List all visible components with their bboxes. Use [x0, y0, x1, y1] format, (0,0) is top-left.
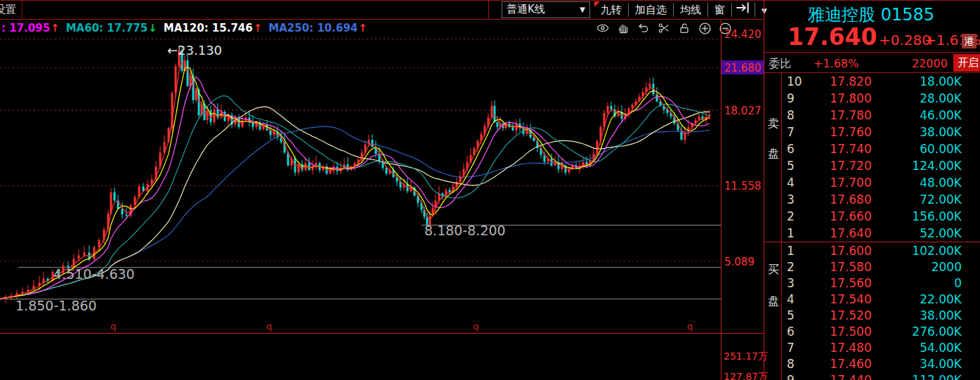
add-watchlist-button[interactable]: 加自选	[629, 1, 673, 18]
level-price: 17.680	[808, 192, 894, 207]
level-volume: 156.00K	[894, 209, 980, 223]
ma-label: MA60: 17.775↓	[66, 22, 157, 34]
buy-row[interactable]: 917.440112.00K	[782, 372, 980, 380]
level-number: 6	[782, 325, 808, 339]
unlock-icon[interactable]	[677, 21, 692, 35]
volume-axis-label: 127.87万	[724, 371, 768, 380]
buy-row[interactable]: 417.54022.00K	[782, 291, 980, 308]
sell-row[interactable]: 917.80028.00K	[782, 90, 980, 107]
buy-row[interactable]: 117.600102.00K	[782, 242, 980, 259]
level-price: 17.740	[808, 142, 894, 156]
level-volume: 22.00K	[894, 292, 980, 306]
level-price: 17.460	[808, 357, 894, 371]
chart-tools	[595, 21, 733, 35]
buy-row[interactable]: 517.52038.00K	[782, 307, 980, 324]
y-axis-label: 18.027	[724, 105, 762, 117]
level-price: 17.440	[808, 373, 894, 380]
buy-row[interactable]: 617.500276.00K	[782, 323, 980, 340]
level-number: 3	[782, 192, 808, 207]
chart-toolbar: 普通K线 ▼ 九转 加自选 均线 窗 ▼	[492, 0, 773, 19]
ma-indicator-row: : 17.095↑ MA60: 17.775↓ MA120: 15.746↑ M…	[1, 22, 367, 34]
level-number: 9	[782, 373, 808, 380]
level-volume: 18.00K	[894, 74, 980, 89]
buy-row[interactable]: 217.5802000	[782, 258, 980, 275]
sell-row[interactable]: 1017.82018.00K	[782, 73, 980, 90]
eye-icon[interactable]	[595, 21, 610, 35]
annotation-support-2: 4.510-4.630	[53, 266, 135, 282]
annotation-support-3: 1.850-1.860	[15, 298, 97, 313]
sell-side-label: 卖	[766, 117, 780, 131]
level-volume: 52.00K	[894, 226, 980, 240]
level-number: 10	[782, 74, 808, 89]
ma-label: : 17.095↑	[1, 22, 60, 34]
ma-settings-button[interactable]: 均线	[674, 1, 707, 18]
price-change: +0.280	[879, 32, 931, 48]
kline-chart[interactable]: ←23.130 8.180-8.200 4.510-4.630 1.850-1.…	[0, 39, 721, 334]
level-volume: 0	[894, 276, 980, 290]
kline-type-label: 普通K线	[507, 3, 545, 16]
sell-row[interactable]: 117.64052.00K	[782, 225, 980, 242]
level-number: 1	[782, 244, 808, 258]
collapse-panel-icon[interactable]	[732, 1, 754, 18]
level-number: 1	[782, 226, 808, 240]
level-volume: 34.00K	[894, 357, 980, 371]
hk-market-badge: 港	[962, 34, 976, 48]
sell-row[interactable]: 717.76038.00K	[782, 124, 980, 140]
level-price: 17.480	[808, 341, 894, 355]
level-price: 17.700	[808, 176, 894, 190]
sell-row[interactable]: 817.78046.00K	[782, 107, 980, 124]
level-volume: 46.00K	[894, 108, 980, 122]
hand-drag-icon[interactable]	[615, 21, 631, 35]
candlestick-canvas[interactable]	[0, 39, 721, 334]
scissors-icon[interactable]	[656, 21, 672, 35]
level-price: 17.820	[808, 74, 894, 89]
sell-row[interactable]: 217.660156.00K	[782, 208, 980, 225]
sell-row[interactable]: 417.70048.00K	[782, 174, 980, 191]
level-volume: 112.00K	[894, 373, 980, 380]
window-button[interactable]: 窗	[708, 1, 731, 18]
chevron-down-icon: ▼	[580, 6, 585, 13]
level-price: 17.660	[808, 209, 894, 223]
level-number: 5	[782, 159, 808, 173]
level-price: 17.580	[808, 260, 894, 274]
level-number: 4	[782, 292, 808, 306]
level-volume: 72.00K	[894, 192, 980, 207]
weicha-value: 22000	[912, 57, 948, 70]
buy-row[interactable]: 317.5600	[782, 275, 980, 291]
x-axis-tick: q	[110, 321, 116, 332]
level-price: 17.780	[808, 108, 894, 122]
level-volume: 60.00K	[894, 142, 980, 156]
weibi-value: +1.68%	[814, 57, 858, 70]
volume-axis-label: 251.17万	[724, 350, 768, 363]
level-number: 4	[782, 176, 808, 190]
level-price: 17.720	[808, 159, 894, 173]
x-axis-tick: q	[266, 321, 272, 332]
kline-type-select[interactable]: 普通K线 ▼	[502, 1, 590, 18]
level-volume: 102.00K	[894, 244, 980, 258]
annotation-support-1: 8.180-8.200	[424, 223, 506, 238]
sell-row[interactable]: 617.74060.00K	[782, 140, 980, 157]
level-price: 17.560	[808, 276, 894, 290]
weibi-label: 委比	[769, 57, 791, 72]
last-price: 17.640	[788, 23, 877, 51]
nine-turn-button[interactable]: 九转	[594, 1, 628, 18]
level-number: 2	[782, 209, 808, 223]
y-axis-label: 24.420	[724, 28, 762, 41]
undo-icon[interactable]	[636, 21, 651, 35]
level-price: 17.640	[808, 226, 894, 240]
level-volume: 276.00K	[894, 325, 980, 339]
annotation-peak-price: ←23.130	[167, 43, 222, 58]
zoom-in-icon[interactable]	[697, 21, 712, 35]
sell-row[interactable]: 517.720124.00K	[782, 157, 980, 174]
buy-row[interactable]: 717.48054.00K	[782, 339, 980, 356]
sell-side-label: 盘	[766, 147, 780, 162]
settings-tab[interactable]: 设置	[0, 0, 22, 20]
level-volume: 54.00K	[894, 341, 980, 355]
level-volume: 38.00K	[894, 125, 980, 139]
level-volume: 38.00K	[894, 308, 980, 322]
sell-row[interactable]: 317.68072.00K	[782, 191, 980, 208]
level-number: 8	[782, 108, 808, 122]
level-volume: 2000	[894, 260, 980, 274]
open-level2-button[interactable]: 开启	[953, 54, 980, 72]
buy-row[interactable]: 817.46034.00K	[782, 355, 980, 372]
